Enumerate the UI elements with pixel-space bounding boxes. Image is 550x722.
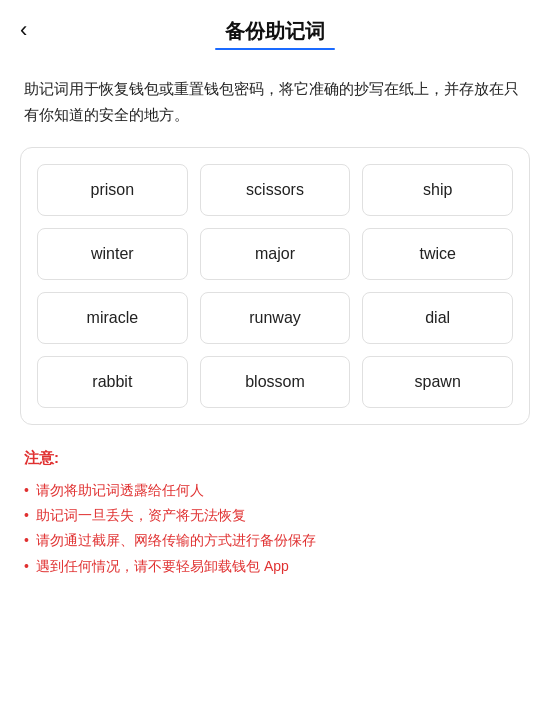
notice-title: 注意: (24, 449, 526, 468)
notice-section: 注意: 请勿将助记词透露给任何人助记词一旦丢失，资产将无法恢复请勿通过截屏、网络… (0, 425, 550, 599)
title-wrapper: 备份助记词 (215, 18, 335, 50)
notice-item: 遇到任何情况，请不要轻易卸载钱包 App (24, 554, 526, 579)
mnemonic-grid: prisonscissorsshipwintermajortwicemiracl… (37, 164, 513, 408)
mnemonic-word: scissors (200, 164, 351, 216)
mnemonic-word: dial (362, 292, 513, 344)
mnemonic-word: winter (37, 228, 188, 280)
notice-list: 请勿将助记词透露给任何人助记词一旦丢失，资产将无法恢复请勿通过截屏、网络传输的方… (24, 478, 526, 579)
header: ‹ 备份助记词 (0, 0, 550, 60)
mnemonic-word: major (200, 228, 351, 280)
mnemonic-grid-container: prisonscissorsshipwintermajortwicemiracl… (20, 147, 530, 425)
notice-item: 请勿将助记词透露给任何人 (24, 478, 526, 503)
back-button[interactable]: ‹ (20, 17, 27, 43)
title-underline (215, 48, 335, 50)
notice-item: 请勿通过截屏、网络传输的方式进行备份保存 (24, 528, 526, 553)
mnemonic-word: miracle (37, 292, 188, 344)
mnemonic-word: runway (200, 292, 351, 344)
mnemonic-word: rabbit (37, 356, 188, 408)
mnemonic-word: twice (362, 228, 513, 280)
mnemonic-word: blossom (200, 356, 351, 408)
mnemonic-word: prison (37, 164, 188, 216)
page-title: 备份助记词 (225, 18, 325, 45)
notice-item: 助记词一旦丢失，资产将无法恢复 (24, 503, 526, 528)
mnemonic-word: ship (362, 164, 513, 216)
description-text: 助记词用于恢复钱包或重置钱包密码，将它准确的抄写在纸上，并存放在只有你知道的安全… (0, 60, 550, 147)
mnemonic-word: spawn (362, 356, 513, 408)
